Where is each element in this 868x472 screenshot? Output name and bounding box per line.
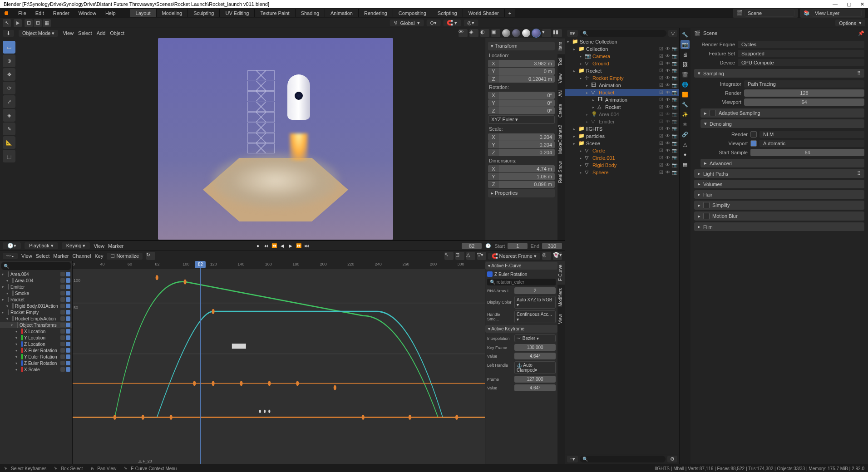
rotation-z[interactable]: Z0° <box>488 107 555 114</box>
motion-blur-header[interactable]: ▸ Motion Blur <box>694 211 864 221</box>
proportional-dropdown[interactable]: ◎▾ <box>464 20 478 26</box>
selectability-icon[interactable]: 👁 <box>459 29 468 37</box>
outliner-item[interactable]: ▸🎞Animation☑👁📷 <box>565 96 679 103</box>
props-options-dropdown[interactable]: ⚙ <box>667 456 677 462</box>
integrator-dropdown[interactable]: Path Tracing <box>744 80 864 88</box>
render-samples[interactable]: 128 <box>744 89 864 97</box>
channel-row[interactable]: ▾X Location <box>0 328 72 334</box>
jump-prev-kf-icon[interactable]: ⏪ <box>271 242 278 250</box>
channel-row[interactable]: ▾Z Location <box>0 341 72 347</box>
editor-type-dropdown[interactable]: ⬇ <box>3 30 14 37</box>
channel-row[interactable]: ▾Area.004 <box>0 271 72 277</box>
scale-tool[interactable]: ⤢ <box>3 95 15 108</box>
adaptive-sampling-header[interactable]: ▸ Adaptive Sampling <box>700 108 864 118</box>
outliner-search[interactable] <box>580 30 666 37</box>
channel-row[interactable]: ▾X Euler Rotation <box>0 347 72 354</box>
play-forward-icon[interactable]: ▶ <box>287 242 294 250</box>
ge-handles-icon[interactable]: ⊡ <box>455 252 464 260</box>
ge-menu-view[interactable]: View <box>21 253 32 259</box>
ge-editor-dropdown[interactable]: 〰▾ <box>3 253 18 259</box>
outliner-item[interactable]: ▸📁particles☑👁📷 <box>565 133 679 140</box>
play-icon[interactable] <box>14 19 22 27</box>
menu-file[interactable]: File <box>15 10 30 17</box>
props-tab-viewlayer[interactable]: 🖼 <box>681 60 690 69</box>
annotate-tool[interactable]: ✎ <box>3 123 15 135</box>
sidebar-tab-mc2[interactable]: MakeClothes2 <box>557 121 565 157</box>
vp-menu-select[interactable]: Select <box>78 30 92 36</box>
properties-panel-header[interactable]: ▸ Properties <box>488 189 555 197</box>
left-handle-dropdown[interactable]: ⚓ Auto Clamped▾ <box>514 361 556 374</box>
snap-vert-icon[interactable]: ⊡ <box>25 19 33 27</box>
denoising-header[interactable]: ▾ Denoising <box>700 119 864 128</box>
scene-name-input[interactable] <box>745 10 794 17</box>
sidebar-tab-item[interactable]: Item <box>557 38 565 54</box>
scene-selector[interactable]: 🎬 <box>733 9 798 18</box>
playback-dropdown[interactable]: Playback ▾ <box>25 242 58 249</box>
workspace-rendering[interactable]: Rendering <box>359 9 393 17</box>
ge-menu-select[interactable]: Select <box>36 253 50 259</box>
dim-z[interactable]: Z0.898 m <box>488 181 555 188</box>
frame-end[interactable]: 310 <box>542 243 562 249</box>
cursor-tool-icon[interactable]: ↖ <box>3 19 11 27</box>
ge-tab-view[interactable]: View <box>557 310 565 328</box>
ge-cursor-icon[interactable]: ↖ <box>444 252 454 260</box>
graph-ruler[interactable]: 0406082100120140160180200220240260280300… <box>73 261 485 269</box>
props-tab-material[interactable]: ● <box>681 150 690 159</box>
outliner-item[interactable]: ▸📁Collection☑👁📷 <box>565 45 679 53</box>
channel-row[interactable]: ▾Rocket Empty <box>0 309 72 315</box>
props-tab-particle[interactable]: ✨ <box>681 110 690 119</box>
outliner-item[interactable]: ▸△Rocket☑👁📷 <box>565 103 679 111</box>
shading-wireframe[interactable] <box>502 29 510 37</box>
film-header[interactable]: ▸ Film <box>694 222 864 231</box>
add-tool[interactable]: ⬚ <box>3 150 15 162</box>
outliner-item[interactable]: ▸▽Ground☑👁📷 <box>565 60 679 67</box>
scale-x[interactable]: X0.204 <box>488 133 555 141</box>
select-tool[interactable]: ▭ <box>3 41 15 54</box>
ge-refresh-icon[interactable]: ↻ <box>146 252 155 260</box>
ge-proportional-icon[interactable]: ◎ <box>542 252 551 260</box>
start-sample[interactable]: 64 <box>750 149 864 156</box>
rna-path[interactable]: 🔍 rotation_euler <box>487 279 556 285</box>
volumes-header[interactable]: ▸ Volumes <box>694 180 864 188</box>
handle-smooth-dropdown[interactable]: Continuous Acc... ▾ <box>514 310 556 323</box>
workspace-uv[interactable]: UV Editing <box>220 9 255 17</box>
keyframe-value[interactable]: 4.64° <box>514 353 556 359</box>
rna-index[interactable]: 2 <box>514 287 556 294</box>
xray-icon[interactable]: ▣ <box>491 29 500 37</box>
outliner-item[interactable]: ▸📁Scene☑👁📷 <box>565 140 679 147</box>
rotation-y[interactable]: Y0° <box>488 99 555 107</box>
scale-y[interactable]: Y0.204 <box>488 141 555 148</box>
props-tab-data[interactable]: △ <box>681 140 690 149</box>
workspace-animation[interactable]: Animation <box>325 9 359 17</box>
props-search[interactable] <box>580 456 666 462</box>
channel-search[interactable]: 🔍 <box>1 262 71 270</box>
sidebar-tab-create[interactable]: Create <box>557 100 565 121</box>
close-icon[interactable]: ✕ <box>860 1 864 7</box>
channel-row[interactable]: ▾Object Transforms <box>0 322 72 328</box>
active-fcurve-header[interactable]: ▾ Active F-Curve <box>485 262 557 270</box>
jump-next-kf-icon[interactable]: ⏩ <box>295 242 302 250</box>
menu-help[interactable]: Help <box>102 10 119 17</box>
normalize-toggle[interactable]: ☐ Normalize <box>107 253 143 260</box>
ge-menu-key[interactable]: Key <box>94 253 103 259</box>
outliner-item[interactable]: ▸▽Circle☑👁📷 <box>565 147 679 154</box>
rotation-x[interactable]: X0° <box>488 92 555 99</box>
rotation-mode-dropdown[interactable]: XYZ Euler ▾ <box>488 115 555 124</box>
workspace-compositing[interactable]: Compositing <box>393 9 432 17</box>
options-dropdown[interactable]: Options ▾ <box>835 20 865 26</box>
handle-value[interactable]: 4.64° <box>514 384 556 391</box>
timeline-menu-view[interactable]: View <box>94 243 104 249</box>
timeline-editor-dropdown[interactable]: 🕐▾ <box>3 242 21 249</box>
props-tab-object[interactable]: 🟧 <box>681 90 690 99</box>
outliner-item[interactable]: ▸🎞Animation☑👁📷 <box>565 82 679 89</box>
orientation-dropdown[interactable]: ↯ Global ▾ <box>390 20 424 26</box>
outliner-item[interactable]: ▸📁lIGHTS☑👁📷 <box>565 125 679 133</box>
transform-tool[interactable]: ◈ <box>3 109 15 122</box>
autokey-icon[interactable]: ● <box>254 242 261 250</box>
maximize-icon[interactable]: ▢ <box>847 1 851 7</box>
channel-row[interactable]: ▾Smoke <box>0 290 72 296</box>
ge-menu-marker[interactable]: Marker <box>53 253 69 259</box>
outliner-item[interactable]: ▸▽Circle.001☑👁📷 <box>565 154 679 162</box>
marker-f20[interactable]: F_20 <box>138 459 152 463</box>
shading-dropdown[interactable]: ▾ <box>542 29 551 37</box>
